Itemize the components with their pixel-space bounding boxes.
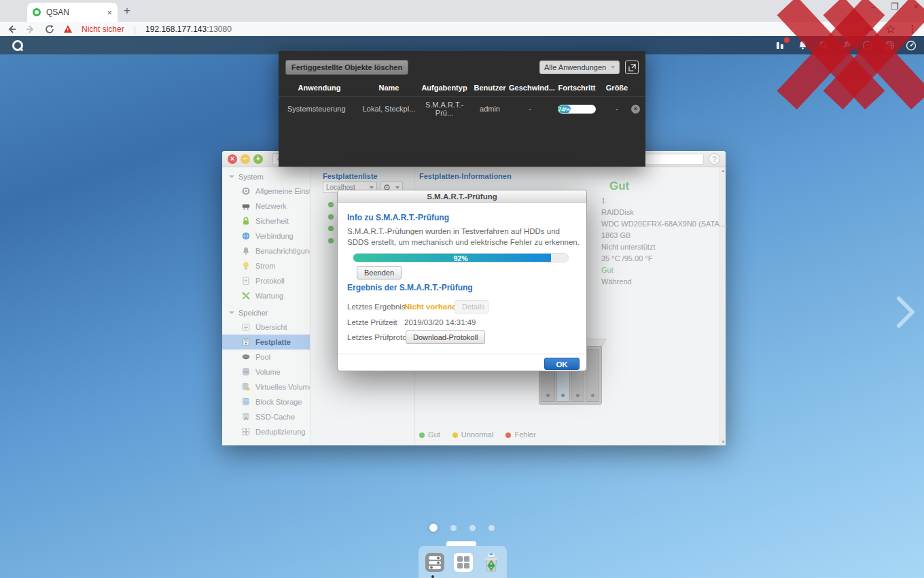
application-filter-select[interactable]: Alle Anwendungen: [539, 61, 620, 74]
task-benutzer: admin: [471, 105, 509, 113]
page-dot-3[interactable]: [469, 525, 476, 531]
wrench-icon[interactable]: [840, 39, 852, 52]
info-text: S.M.A.R.T.-Prüfungen wurden in Testverfa…: [347, 226, 580, 248]
disk-model-value: WDC WD20EFRX-68AX9N0 (SATA ...: [601, 220, 727, 228]
window-close-button[interactable]: ×: [913, 1, 919, 12]
tab-close-icon[interactable]: ×: [107, 7, 112, 18]
disk-usage-value: RAIDDisk: [601, 208, 634, 216]
deduplication-icon: [241, 427, 251, 437]
sidebar-item-wartung[interactable]: Wartung: [222, 288, 310, 303]
details-button[interactable]: Details: [455, 300, 488, 313]
sidebar-item-volume[interactable]: Volume: [222, 364, 310, 379]
sidebar-item-sicherheit[interactable]: Sicherheit: [222, 214, 310, 228]
recycle-bin-dock-icon[interactable]: [482, 552, 501, 573]
sidebar-scrollbar[interactable]: ▲ ▼: [719, 167, 726, 445]
ok-button[interactable]: OK: [544, 358, 580, 370]
window-minimize-traffic-button[interactable]: –: [241, 154, 250, 164]
disk-health-status: Gut: [609, 180, 629, 193]
drive-bay[interactable]: [586, 349, 599, 402]
block-storage-icon: [241, 397, 251, 407]
dashboard-gauge-icon[interactable]: [905, 39, 917, 52]
disk-status-dot: [328, 214, 334, 220]
scroll-up-icon[interactable]: ▲: [720, 169, 726, 173]
browser-toolbar: ! Nicht sicher | 192.168.177.143:13080: [0, 22, 924, 37]
sidebar-item-pool[interactable]: Pool: [222, 350, 310, 364]
stop-button[interactable]: Beenden: [357, 266, 402, 279]
status-legend: Gut Unnormal Fehler: [419, 430, 536, 439]
disk-smart-value: Gut: [601, 266, 614, 274]
lock-icon: [241, 216, 251, 226]
col-aufgabentyp[interactable]: Aufgabentyp: [418, 84, 471, 92]
sidebar-group-system[interactable]: System: [222, 167, 310, 184]
browser-menu-icon[interactable]: [908, 24, 917, 34]
legend-error-dot: [505, 432, 511, 438]
app-launcher-dock-icon[interactable]: [453, 552, 474, 573]
password-key-icon[interactable]: [864, 24, 874, 34]
sidebar-group-speicher[interactable]: Speicher: [222, 303, 310, 320]
task-geschwindigkeit: -: [509, 105, 551, 113]
window-search-input[interactable]: [643, 154, 704, 165]
sidebar-item-verbindung[interactable]: Verbindung: [222, 228, 310, 243]
open-external-button[interactable]: [625, 61, 639, 74]
window-close-traffic-button[interactable]: ×: [228, 154, 237, 164]
dialog-title[interactable]: S.M.A.R.T.-Prüfung: [338, 190, 586, 203]
qsan-logo-icon[interactable]: [12, 40, 23, 51]
sidebar-item-festplatte[interactable]: Festplatte: [222, 335, 310, 350]
legend-ok-dot: [419, 432, 425, 438]
sidebar-item-netzwerk[interactable]: Netzwerk: [222, 199, 310, 214]
sidebar-item-block-storage[interactable]: Block Storage: [222, 394, 310, 409]
sidebar-item-strom[interactable]: Strom: [222, 258, 310, 273]
col-benutzer[interactable]: Benutzer: [471, 84, 509, 92]
clear-finished-button[interactable]: Fertiggestellte Objekte löschen: [285, 60, 408, 75]
forward-icon[interactable]: [26, 24, 35, 34]
window-maximize-button[interactable]: ❐: [891, 1, 899, 12]
bookmark-star-icon[interactable]: [886, 24, 895, 34]
task-anwendung: Systemsteuerung: [279, 105, 360, 113]
control-panel-dock-icon[interactable]: [425, 552, 445, 573]
address-url[interactable]: 192.168.177.143:13080: [145, 24, 232, 34]
sidebar-item-benachrichtigung[interactable]: Benachrichtigung: [222, 243, 310, 258]
col-groesse[interactable]: Größe: [603, 84, 631, 92]
window-maximize-traffic-button[interactable]: +: [253, 154, 263, 164]
sidebar-item-virtuelles-volume[interactable]: Virtuelles Volume: [222, 379, 310, 394]
next-page-chevron[interactable]: [895, 296, 916, 328]
volume-icon: [241, 367, 251, 377]
task-monitor-icon[interactable]: [775, 39, 787, 52]
search-icon[interactable]: [818, 39, 830, 52]
window-help-button[interactable]: ?: [709, 153, 720, 165]
language-globe-icon[interactable]: [883, 39, 895, 52]
scroll-down-icon[interactable]: ▼: [720, 440, 726, 444]
sidebar-item-deduplizierung[interactable]: Deduplizierung: [222, 424, 310, 439]
cancel-task-icon[interactable]: ×: [631, 105, 640, 114]
task-monitor-panel: Fertiggestellte Objekte löschen Alle Anw…: [279, 51, 645, 167]
col-name[interactable]: Name: [360, 84, 418, 92]
back-icon[interactable]: [7, 24, 16, 34]
col-anwendung[interactable]: Anwendung: [279, 84, 360, 92]
last-test-time-value: 2019/03/20 14:31:49: [404, 318, 476, 326]
sidebar-item-uebersicht[interactable]: Übersicht: [222, 320, 310, 335]
sidebar-item-allgemeine-einstellungen[interactable]: Allgemeine Einstell...: [222, 184, 310, 199]
disk-status-dot: [328, 202, 334, 207]
sidebar-item-ssd-cache[interactable]: SSD-Cache: [222, 409, 310, 424]
help-icon[interactable]: ?: [861, 39, 874, 52]
collapse-caret-icon: [229, 311, 234, 314]
browser-tab[interactable]: QSAN ×: [27, 3, 118, 22]
dock-handle[interactable]: [446, 541, 476, 546]
col-geschwindigkeit[interactable]: Geschwind...: [509, 84, 551, 92]
page-dot-2[interactable]: [450, 525, 457, 531]
document-icon: [241, 276, 251, 286]
download-protocol-button[interactable]: Download-Protokoll: [406, 330, 485, 344]
virtual-volume-icon: [241, 382, 251, 392]
sidebar-item-protokoll[interactable]: Protokoll: [222, 273, 310, 288]
window-minimize-button[interactable]: –: [871, 1, 876, 12]
security-warning-label[interactable]: Nicht sicher: [82, 24, 124, 34]
page-dot-1[interactable]: [429, 524, 438, 532]
col-fortschritt[interactable]: Fortschritt: [551, 84, 603, 92]
disk-status-dot: [328, 226, 334, 231]
reload-icon[interactable]: [45, 24, 54, 34]
task-aufgabentyp: S.M.A.R.T.-Prü...: [418, 101, 471, 117]
task-name: Lokal, Steckpl...: [360, 105, 418, 113]
notification-bell-icon[interactable]: [796, 39, 808, 52]
new-tab-button[interactable]: +: [124, 4, 130, 18]
page-dot-4[interactable]: [488, 525, 495, 531]
